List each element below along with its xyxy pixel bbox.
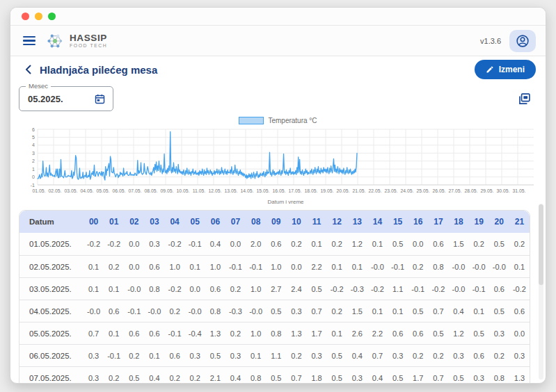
close-window-icon[interactable] xyxy=(22,13,29,20)
table-header-hour: 01 xyxy=(104,217,124,227)
table-cell-value: 1.1 xyxy=(388,285,408,293)
x-axis-tick-label: 22.05. xyxy=(369,188,382,193)
table-row: 02.05.2025.0.10.20.00.61.00.11.0-0.1-0.1… xyxy=(19,255,530,277)
table-header-hour: 14 xyxy=(367,217,388,227)
table-cell-value: -0.0 xyxy=(448,263,468,271)
table-cell-value: 0.2 xyxy=(469,240,489,248)
table-cell-date: 01.05.2025. xyxy=(19,240,84,248)
table-cell-value: 0.5 xyxy=(428,329,448,338)
table-cell-value: 0.8 xyxy=(205,307,225,316)
calendar-icon[interactable] xyxy=(93,92,107,106)
table-cell-date: 07.05.2025. xyxy=(19,374,84,382)
table-cell-value: 0.1 xyxy=(327,263,347,271)
edit-button[interactable]: Izmeni xyxy=(475,60,536,79)
table-cell-value: -0.3 xyxy=(225,307,246,316)
table-cell-value: 0.5 xyxy=(408,307,428,316)
table-cell-value: 0.1 xyxy=(246,352,266,360)
vertical-scrollbar[interactable] xyxy=(539,204,543,379)
legend-label: Temperatura °C xyxy=(268,117,317,124)
x-axis-tick-label: 06.05. xyxy=(113,188,126,193)
table-cell-value: 0.6 xyxy=(124,329,144,338)
x-axis-tick-label: 02.05. xyxy=(49,188,62,193)
table-row: 06.05.2025.0.3-0.10.20.10.60.30.50.30.11… xyxy=(19,344,530,366)
table-cell-value: 1.3 xyxy=(286,329,306,338)
table-cell-value: -0.1 xyxy=(124,307,144,316)
table-cell-value: 0.2 xyxy=(185,374,205,382)
table-header-hour: 17 xyxy=(428,217,448,227)
account-circle-icon xyxy=(515,33,530,49)
table-header-hour: 07 xyxy=(225,217,246,227)
table-cell-value: -0.2 xyxy=(509,285,530,293)
table-cell-value: 0.1 xyxy=(144,352,164,360)
table-header-row: Datum00010203040506070809101112131415161… xyxy=(19,211,530,233)
table-header-hour: 03 xyxy=(144,217,164,227)
y-axis-tick-label: 2 xyxy=(32,158,35,163)
table-cell-value: 0.2 xyxy=(408,352,428,360)
month-field-label: Mesec xyxy=(26,82,51,90)
table-cell-value: 0.7 xyxy=(428,307,448,316)
table-cell-value: 0.1 xyxy=(84,263,104,271)
x-axis-tick-label: 09.05. xyxy=(161,188,174,193)
table-cell-value: 0.8 xyxy=(489,374,509,382)
table-header-hour: 05 xyxy=(185,217,205,227)
y-axis-tick-label: 1 xyxy=(32,167,35,172)
x-axis-tick-label: 15.05. xyxy=(257,188,270,193)
maximize-window-icon[interactable] xyxy=(48,13,56,20)
table-cell-date: 03.05.2025. xyxy=(19,285,84,293)
y-axis-tick-label: 3 xyxy=(32,151,35,156)
table-cell-date: 06.05.2025. xyxy=(19,352,84,360)
table-cell-value: 0.8 xyxy=(266,329,286,338)
table-cell-value: 1.8 xyxy=(307,374,327,382)
table-cell-value: -0.1 xyxy=(104,352,124,360)
table-cell-value: -0.2 xyxy=(165,285,185,293)
legend-swatch xyxy=(239,117,264,124)
x-axis-tick-label: 31.05. xyxy=(513,188,526,193)
table-header-hour: 10 xyxy=(286,217,306,227)
x-axis-tick-label: 01.05. xyxy=(33,188,46,193)
month-field-value: 05.2025. xyxy=(28,94,93,104)
table-cell-value: 0.6 xyxy=(205,285,225,293)
table-cell-value: 0.7 xyxy=(367,352,388,360)
hamburger-menu-icon[interactable] xyxy=(23,36,35,45)
x-axis-tick-label: 28.05. xyxy=(465,188,478,193)
table-cell-value: 0.2 xyxy=(428,352,448,360)
x-axis-tick-label: 23.05. xyxy=(385,188,398,193)
table-cell-value: 0.1 xyxy=(84,285,104,293)
table-cell-value: 0.0 xyxy=(124,240,144,248)
table-cell-value: 0.2 xyxy=(225,285,246,293)
table-cell-value: 0.5 xyxy=(388,374,408,382)
table-cell-value: 0.5 xyxy=(469,329,489,338)
table-body: 01.05.2025.-0.2-0.20.00.3-0.2-0.10.40.02… xyxy=(19,233,530,384)
table-cell-value: 2.6 xyxy=(347,329,367,338)
x-axis-tick-label: 30.05. xyxy=(497,188,510,193)
month-picker-field[interactable]: Mesec 05.2025. xyxy=(19,86,113,111)
table-cell-value: -0.0 xyxy=(185,307,205,316)
app-window: HASSIP FOOD TECH v1.3.6 xyxy=(10,7,546,384)
table-cell-value: -0.0 xyxy=(448,285,468,293)
table-cell-value: 0.5 xyxy=(388,240,408,248)
export-pdf-button[interactable] xyxy=(516,90,537,108)
page-header: Hladnjača pilećeg mesa Izmeni xyxy=(17,58,539,81)
table-cell-value: -0.1 xyxy=(185,240,205,248)
table-header-hour: 21 xyxy=(509,217,530,227)
table-cell-value: -0.0 xyxy=(84,307,104,316)
table-cell-value: 1.5 xyxy=(347,307,367,316)
table-cell-value: 1.1 xyxy=(266,352,286,360)
table-cell-value: 0.3 xyxy=(347,374,367,382)
table-cell-value: -0.2 xyxy=(367,285,388,293)
table-cell-value: 0.2 xyxy=(509,240,530,248)
table-cell-value: 0.5 xyxy=(124,374,144,382)
x-axis-tick-label: 27.05. xyxy=(449,188,462,193)
table-cell-value: 0.4 xyxy=(144,374,164,382)
user-account-button[interactable] xyxy=(509,30,536,52)
page-title: Hladnjača pilećeg mesa xyxy=(40,64,157,76)
minimize-window-icon[interactable] xyxy=(35,13,42,20)
table-cell-value: 1.3 xyxy=(205,329,225,338)
table-cell-value: 0.2 xyxy=(408,263,428,271)
scrollbar-thumb[interactable] xyxy=(539,204,543,285)
table-cell-value: 0.2 xyxy=(104,374,124,382)
table-cell-value: 0.2 xyxy=(165,307,185,316)
table-cell-value: 0.6 xyxy=(469,352,489,360)
back-button[interactable] xyxy=(22,63,35,76)
table-cell-value: 1.7 xyxy=(408,374,428,382)
